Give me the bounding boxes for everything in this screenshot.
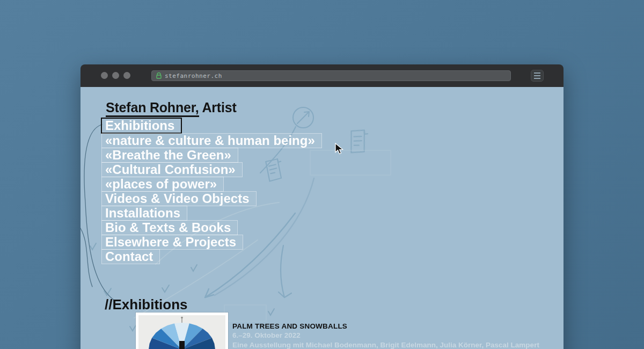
browser-window: stefanrohner.ch (80, 64, 564, 349)
exhibition-date: 6.–29. Oktober 2022 (232, 331, 564, 340)
rainbow-umbrella-photo (138, 315, 225, 349)
lock-icon (156, 72, 162, 79)
nav-item-bio-texts-books[interactable]: Bio & Texts & Books (101, 220, 238, 235)
main-navigation: Exhibitions«nature & culture & human bei… (101, 118, 564, 264)
browser-chrome: stefanrohner.ch (80, 64, 564, 87)
window-close-button[interactable] (101, 72, 108, 79)
nav-item-videos-video-objects[interactable]: Videos & Video Objects (101, 191, 257, 206)
hamburger-icon (534, 72, 540, 74)
url-bar[interactable]: stefanrohner.ch (151, 70, 511, 81)
artist-name-link[interactable]: Stefan Rohner, (106, 100, 199, 117)
window-controls (101, 72, 130, 79)
page-body: Stefan Rohner, Artist Exhibitions«nature… (80, 87, 564, 349)
exhibition-title[interactable]: PALM TREES AND SNOWBALLS (232, 322, 564, 330)
url-text: stefanrohner.ch (165, 72, 222, 79)
window-zoom-button[interactable] (123, 72, 130, 79)
nav-item-places-of-power[interactable]: «places of power» (101, 177, 224, 192)
nav-item-elsewhere-projects[interactable]: Elsewhere & Projects (101, 235, 243, 250)
nav-item-exhibitions[interactable]: Exhibitions (101, 118, 182, 134)
nav-item-contact[interactable]: Contact (101, 249, 160, 264)
page-title: Stefan Rohner, Artist (106, 100, 564, 115)
nav-item-nature-culture-human-being[interactable]: «nature & culture & human being» (101, 133, 322, 148)
exhibition-text: PALM TREES AND SNOWBALLS 6.–29. Oktober … (228, 312, 564, 349)
exhibition-thumbnail[interactable] (136, 312, 228, 349)
nav-item-installations[interactable]: Installations (101, 206, 187, 221)
window-minimize-button[interactable] (112, 72, 119, 79)
exhibition-entry: PALM TREES AND SNOWBALLS 6.–29. Oktober … (136, 312, 564, 349)
nav-item-cultural-confusion[interactable]: «Cultural Confusion» (101, 162, 243, 177)
section-heading: //Exhibitions (105, 296, 564, 312)
exhibition-description: Eine Ausstellung mit Michael Bodenmann, … (232, 341, 564, 349)
nav-item-breathe-the-green[interactable]: «Breathe the Green» (101, 148, 238, 163)
browser-menu-button[interactable] (531, 70, 544, 82)
